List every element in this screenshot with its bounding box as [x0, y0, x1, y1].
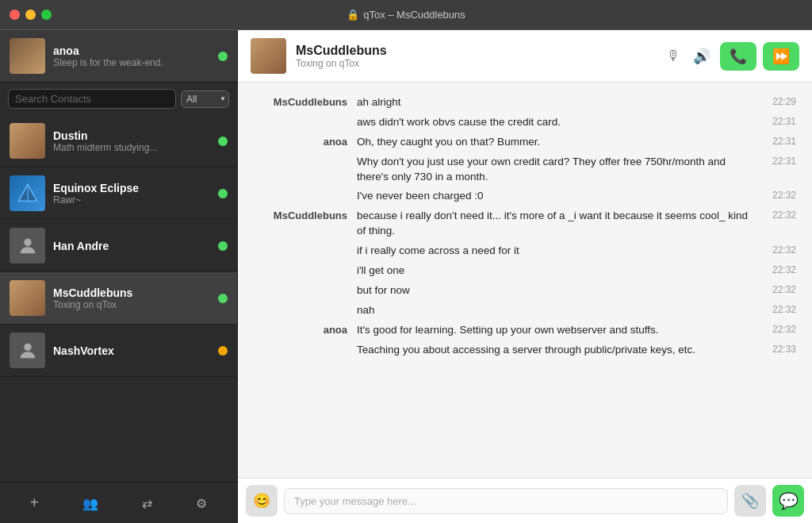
message-time: 22:32	[749, 209, 796, 221]
contact-status-equinox: Rawr~	[53, 194, 210, 206]
message-sender: anoa	[254, 323, 357, 336]
mute-button[interactable]: 🎙	[663, 44, 684, 67]
message-row: MsCuddlebunsah alright22:29	[254, 95, 796, 110]
chat-header-info: MsCuddlebuns Toxing on qTox	[296, 44, 653, 69]
contact-info-dustin: Dustin Math midterm studying...	[53, 129, 210, 153]
volume-button[interactable]: 🔊	[690, 44, 714, 68]
chat-input-area: 😊 📎 💬	[238, 478, 812, 523]
transfer-button[interactable]: ⇄	[137, 489, 157, 517]
contact-item-dustin[interactable]: Dustin Math midterm studying...	[0, 115, 237, 167]
self-name: anoa	[53, 44, 210, 57]
contact-info-hanandre: Han Andre	[53, 240, 210, 252]
avatar-mscuddlebuns	[10, 280, 45, 316]
message-time: 22:31	[749, 155, 796, 167]
message-sender: anoa	[254, 135, 357, 148]
status-dot-dustin	[218, 137, 228, 146]
window-controls	[10, 10, 52, 20]
contact-name-dustin: Dustin	[53, 129, 210, 142]
contact-name-hanandre: Han Andre	[53, 240, 210, 252]
message-content: Why don't you just use your own credit c…	[357, 155, 749, 185]
message-content: nah	[357, 303, 749, 318]
contact-item-hanandre[interactable]: Han Andre	[0, 220, 237, 272]
search-input[interactable]	[8, 89, 176, 109]
message-sender: MsCuddlebuns	[254, 209, 357, 221]
emoji-button[interactable]: 😊	[246, 485, 278, 517]
gear-icon: ⚙	[196, 497, 207, 510]
message-content: but for now	[357, 283, 749, 298]
message-sender	[254, 303, 357, 304]
contact-name-equinox: Equinox Eclipse	[53, 182, 210, 194]
phone-icon: 📞	[730, 48, 747, 65]
message-sender	[254, 343, 357, 344]
titlebar: 🔒 qTox – MsCuddlebuns	[0, 0, 812, 30]
message-content: i'll get one	[357, 263, 749, 279]
lock-icon: 🔒	[347, 9, 359, 21]
video-icon: ⏩	[772, 48, 790, 65]
self-status-dot	[218, 52, 228, 61]
message-time: 22:31	[749, 115, 796, 127]
message-content: It's good for learning. Setting up your …	[357, 323, 749, 338]
message-content: ah alright	[357, 95, 749, 110]
message-content: because i really don't need it... it's m…	[357, 209, 749, 239]
message-sender: MsCuddlebuns	[254, 95, 357, 108]
volume-icon: 🔊	[693, 48, 710, 64]
status-dot-hanandre	[218, 241, 228, 251]
message-row: Why don't you just use your own credit c…	[254, 155, 796, 185]
messages-container: MsCuddlebunsah alright22:29aws didn't wo…	[238, 83, 812, 478]
contact-info-equinox: Equinox Eclipse Rawr~	[53, 182, 210, 206]
sidebar: anoa Sleep is for the weak-end. All Onli…	[0, 30, 238, 523]
minimize-button[interactable]	[25, 10, 36, 20]
message-row: Teaching you about accessing a server th…	[254, 343, 796, 358]
emoji-icon: 😊	[253, 492, 270, 510]
chat-area: MsCuddlebuns Toxing on qTox 🎙 🔊 📞 ⏩	[238, 30, 812, 523]
chat-header-actions: 🎙 🔊 📞 ⏩	[663, 42, 799, 71]
status-dot-equinox	[218, 189, 228, 198]
message-time: 22:32	[749, 244, 796, 256]
contact-name-nashvortex: NashVortex	[53, 344, 210, 357]
message-time: 22:32	[749, 263, 796, 275]
close-button[interactable]	[10, 10, 20, 20]
svg-point-3	[24, 238, 31, 245]
message-row: MsCuddlebunsbecause i really don't need …	[254, 209, 796, 239]
chat-header-name: MsCuddlebuns	[296, 44, 653, 58]
contact-status-mscuddlebuns: Toxing on qTox	[53, 299, 210, 310]
message-time: 22:32	[749, 283, 796, 295]
send-button[interactable]: 💬	[772, 485, 804, 517]
message-content: aws didn't work obvs cause the credit ca…	[357, 115, 749, 130]
message-row: but for now22:32	[254, 283, 796, 298]
message-row: anoaOh, they caught you on that? Bummer.…	[254, 135, 796, 150]
window-title: 🔒 qTox – MsCuddlebuns	[347, 9, 465, 21]
contact-info-nashvortex: NashVortex	[53, 344, 210, 357]
group-button[interactable]: 👥	[78, 489, 103, 517]
message-input[interactable]	[284, 488, 728, 514]
contact-item-equinox[interactable]: Equinox Eclipse Rawr~	[0, 167, 237, 220]
message-time: 22:29	[749, 95, 796, 107]
message-content: I've never been charged :0	[357, 189, 749, 204]
self-contact: anoa Sleep is for the weak-end.	[0, 30, 237, 83]
contact-item-nashvortex[interactable]: NashVortex	[0, 325, 237, 377]
chat-header-avatar	[251, 38, 286, 74]
maximize-button[interactable]	[41, 10, 52, 20]
main-layout: anoa Sleep is for the weak-end. All Onli…	[0, 30, 812, 523]
sidebar-toolbar: + 👥 ⇄ ⚙	[0, 482, 237, 523]
send-icon: 💬	[779, 491, 799, 510]
search-bar: All Online Offline	[0, 83, 237, 115]
contact-status-dustin: Math midterm studying...	[53, 142, 210, 153]
microphone-icon: 🎙	[666, 48, 680, 63]
self-avatar	[10, 38, 45, 74]
message-content: Oh, they caught you on that? Bummer.	[357, 135, 749, 150]
attach-button[interactable]: 📎	[734, 485, 766, 517]
contact-list: Dustin Math midterm studying... Equinox …	[0, 115, 237, 482]
contact-info-mscuddlebuns: MsCuddlebuns Toxing on qTox	[53, 286, 210, 310]
add-contact-button[interactable]: +	[25, 489, 44, 517]
message-sender	[254, 263, 357, 264]
video-button[interactable]: ⏩	[763, 42, 799, 71]
message-time: 22:32	[749, 323, 796, 335]
message-row: I've never been charged :022:32	[254, 189, 796, 204]
filter-select[interactable]: All Online Offline	[181, 90, 229, 108]
call-button[interactable]: 📞	[720, 42, 756, 71]
contact-item-mscuddlebuns[interactable]: MsCuddlebuns Toxing on qTox	[0, 272, 237, 325]
message-row: nah22:32	[254, 303, 796, 318]
message-time: 22:31	[749, 135, 796, 147]
settings-button[interactable]: ⚙	[191, 489, 212, 517]
